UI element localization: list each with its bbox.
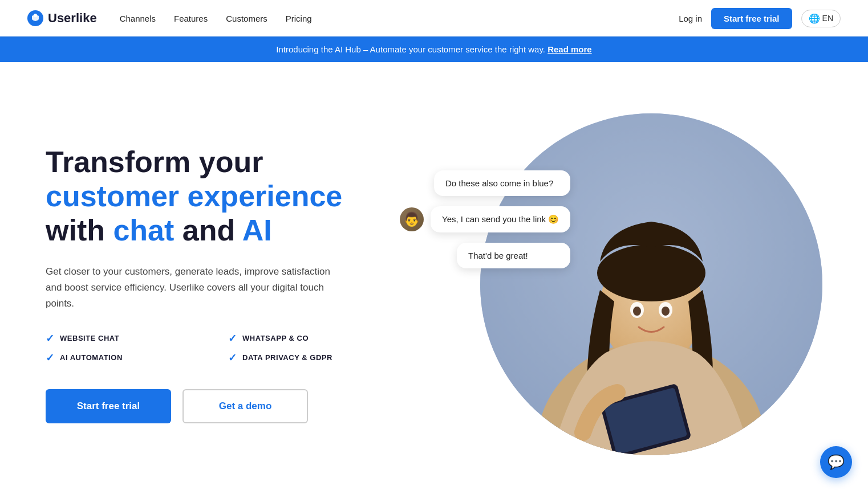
hero-trial-button[interactable]: Start free trial [46, 389, 171, 423]
hero-description: Get closer to your customers, generate l… [46, 264, 342, 312]
logo[interactable]: Userlike [27, 10, 97, 26]
feature-data-privacy: ✓ DATA PRIVACY & GDPR [228, 352, 388, 364]
nav-trial-button[interactable]: Start free trial [711, 8, 792, 29]
svg-point-8 [597, 244, 705, 301]
chat-widget-icon: 💬 [828, 454, 845, 470]
check-icon-2: ✓ [228, 332, 237, 345]
feature-label-1: WEBSITE CHAT [60, 334, 119, 342]
nav-channels[interactable]: Channels [120, 14, 156, 23]
hero-content: Transform your customer experience with … [46, 145, 388, 423]
hero-title-line2: with [46, 214, 113, 247]
banner-link[interactable]: Read more [547, 44, 592, 54]
check-icon-3: ✓ [46, 352, 54, 364]
login-button[interactable]: Log in [679, 14, 702, 23]
banner-text: Introducing the AI Hub – Automate your c… [276, 44, 545, 54]
chat-bubble-3: That'd be great! [457, 243, 570, 268]
language-selector[interactable]: 🌐 EN [801, 10, 841, 27]
chat-bubble-1: Do these also come in blue? [434, 170, 570, 196]
chat-bubbles: Do these also come in blue? 👨 Yes, I can… [400, 170, 570, 268]
check-icon-1: ✓ [46, 332, 54, 345]
chat-bubble-2-text: Yes, I can send you the link 😊 [442, 214, 559, 224]
hero-image-circle [480, 113, 822, 455]
navbar: Userlike Channels Features Customers Pri… [0, 0, 868, 36]
userlike-logo-icon [27, 10, 43, 26]
navbar-right: Log in Start free trial 🌐 EN [679, 8, 841, 29]
hero-title-blue3: AI [242, 214, 272, 247]
hero-title: Transform your customer experience with … [46, 145, 388, 247]
svg-point-12 [662, 307, 670, 316]
feature-website-chat: ✓ WEBSITE CHAT [46, 332, 205, 345]
person-illustration [480, 113, 822, 455]
hero-image-area: Do these also come in blue? 👨 Yes, I can… [434, 113, 822, 455]
hero-title-line3: and [174, 214, 242, 247]
hero-demo-button[interactable]: Get a demo [182, 389, 308, 423]
nav-features[interactable]: Features [174, 14, 208, 23]
chat-widget-button[interactable]: 💬 [820, 446, 852, 478]
feature-label-3: AI AUTOMATION [60, 353, 123, 362]
agent-avatar: 👨 [400, 207, 424, 231]
announcement-banner: Introducing the AI Hub – Automate your c… [0, 36, 868, 62]
svg-point-1 [34, 14, 37, 17]
hero-section: Transform your customer experience with … [0, 62, 868, 494]
lang-label: EN [822, 14, 833, 23]
chat-bubble-3-text: That'd be great! [468, 251, 528, 260]
avatar-face: 👨 [403, 211, 420, 227]
chat-bubble-2: Yes, I can send you the link 😊 [431, 206, 570, 232]
feature-label-4: DATA PRIVACY & GDPR [242, 353, 332, 362]
cta-row: Start free trial Get a demo [46, 389, 388, 423]
nav-pricing[interactable]: Pricing [286, 14, 312, 23]
hero-title-blue2: chat [113, 214, 174, 247]
feature-ai-automation: ✓ AI AUTOMATION [46, 352, 205, 364]
globe-icon: 🌐 [809, 13, 820, 24]
hero-title-blue1: customer experience [46, 179, 342, 213]
feature-whatsapp: ✓ WHATSAPP & CO [228, 332, 388, 345]
nav-links: Channels Features Customers Pricing [120, 14, 312, 23]
navbar-left: Userlike Channels Features Customers Pri… [27, 10, 312, 26]
svg-point-11 [633, 307, 641, 316]
feature-label-2: WHATSAPP & CO [242, 334, 309, 342]
nav-customers[interactable]: Customers [226, 14, 267, 23]
chat-bubble-2-wrap: 👨 Yes, I can send you the link 😊 [400, 206, 570, 232]
hero-title-line1: Transform your [46, 145, 263, 178]
chat-bubble-1-text: Do these also come in blue? [445, 178, 553, 188]
features-grid: ✓ WEBSITE CHAT ✓ WHATSAPP & CO ✓ AI AUTO… [46, 332, 388, 364]
check-icon-4: ✓ [228, 352, 237, 364]
logo-text: Userlike [48, 11, 97, 26]
